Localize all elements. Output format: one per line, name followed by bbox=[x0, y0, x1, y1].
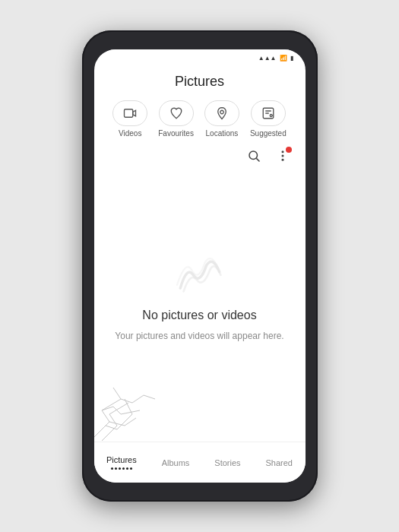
category-suggested[interactable]: Suggested bbox=[250, 100, 287, 138]
suggested-label: Suggested bbox=[250, 129, 287, 138]
battery-icon: ▮ bbox=[290, 55, 293, 62]
svg-point-2 bbox=[220, 110, 224, 114]
favourites-label: Favourites bbox=[158, 129, 194, 138]
categories-row: Videos Favourites bbox=[94, 94, 306, 142]
nav-albums[interactable]: Albums bbox=[154, 455, 198, 470]
nav-dot-6 bbox=[130, 467, 132, 470]
nav-shared[interactable]: Shared bbox=[258, 455, 300, 470]
empty-state: No pictures or videos Your pictures and … bbox=[94, 168, 306, 442]
category-videos[interactable]: Videos bbox=[112, 100, 147, 138]
nav-stories-label: Stories bbox=[214, 458, 240, 467]
nav-pictures[interactable]: Pictures bbox=[99, 452, 144, 473]
suggested-icon bbox=[261, 106, 275, 120]
suggested-icon-wrap bbox=[251, 100, 286, 126]
nav-pictures-label: Pictures bbox=[106, 455, 137, 464]
notification-dot bbox=[286, 147, 292, 153]
category-favourites[interactable]: Favourites bbox=[158, 100, 194, 138]
nav-dot-2 bbox=[115, 467, 117, 470]
locations-label: Locations bbox=[206, 129, 239, 138]
phone-screen: ▲▲▲ 📶 ▮ Pictures Video bbox=[94, 49, 306, 483]
nav-dot-4 bbox=[122, 467, 125, 470]
page-title: Pictures bbox=[175, 74, 224, 89]
nav-shared-label: Shared bbox=[266, 458, 293, 467]
nav-active-indicator bbox=[111, 467, 132, 470]
signal-icon: ▲▲▲ bbox=[258, 55, 277, 62]
nav-dot-3 bbox=[119, 467, 121, 470]
phone-device: ▲▲▲ 📶 ▮ Pictures Video bbox=[82, 30, 318, 502]
svg-point-5 bbox=[249, 151, 258, 160]
locations-icon bbox=[215, 106, 229, 120]
empty-title: No pictures or videos bbox=[142, 309, 256, 322]
favourites-icon-wrap bbox=[159, 100, 194, 126]
search-button[interactable] bbox=[243, 145, 264, 166]
status-icons: ▲▲▲ 📶 ▮ bbox=[258, 55, 293, 62]
locations-icon-wrap bbox=[204, 100, 239, 126]
category-locations[interactable]: Locations bbox=[204, 100, 239, 138]
more-options-button[interactable] bbox=[272, 145, 293, 166]
empty-subtitle: Your pictures and videos will appear her… bbox=[115, 330, 283, 343]
svg-rect-0 bbox=[125, 109, 133, 118]
nav-dot-5 bbox=[126, 467, 128, 470]
svg-point-7 bbox=[281, 150, 283, 153]
nav-stories[interactable]: Stories bbox=[207, 455, 248, 470]
videos-icon bbox=[123, 106, 137, 120]
nav-albums-label: Albums bbox=[162, 458, 190, 467]
wifi-icon: 📶 bbox=[280, 55, 287, 62]
bottom-nav: Pictures Albums Stories Shared bbox=[94, 442, 306, 483]
status-bar: ▲▲▲ 📶 ▮ bbox=[94, 49, 306, 66]
svg-point-9 bbox=[281, 159, 283, 161]
videos-icon-wrap bbox=[112, 100, 147, 126]
favourites-icon bbox=[169, 106, 183, 120]
screen-content: Pictures Videos bbox=[94, 66, 306, 442]
action-bar bbox=[94, 142, 306, 168]
videos-label: Videos bbox=[119, 129, 141, 138]
svg-line-6 bbox=[256, 158, 259, 161]
nav-dot-1 bbox=[111, 467, 113, 470]
empty-gallery-icon bbox=[173, 252, 227, 298]
page-title-bar: Pictures bbox=[94, 66, 306, 94]
svg-point-8 bbox=[281, 155, 283, 157]
svg-point-4 bbox=[270, 115, 272, 117]
